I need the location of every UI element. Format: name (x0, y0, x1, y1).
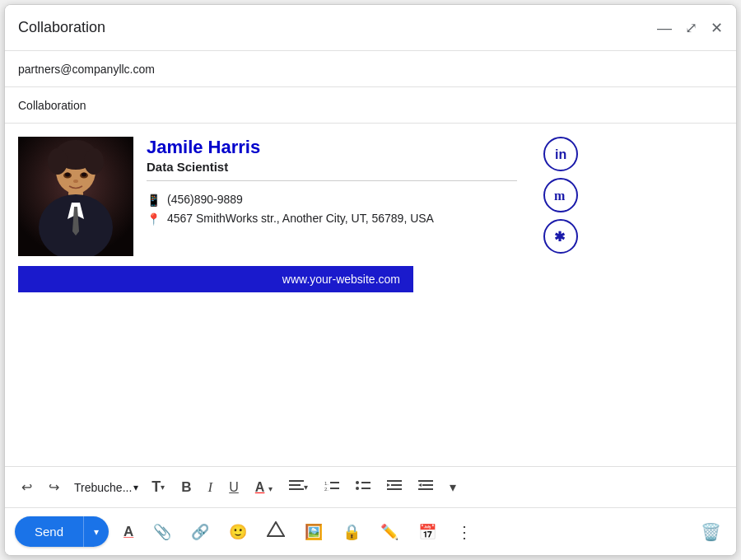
font-size-icon: T (151, 478, 161, 496)
send-dropdown-icon: ▾ (94, 526, 99, 538)
ordered-list-icon: 1. 2. (324, 479, 339, 496)
to-field-value[interactable]: partners@companyllc.com (18, 63, 723, 76)
svg-marker-31 (387, 483, 390, 487)
sig-social: in m ✱ (543, 137, 578, 254)
svg-text:in: in (555, 147, 566, 161)
unordered-list-button[interactable] (349, 474, 377, 501)
svg-point-24 (356, 481, 359, 484)
trash-icon: 🗑️ (701, 523, 721, 541)
svg-point-3 (48, 148, 68, 175)
indent-button[interactable] (380, 474, 408, 501)
linkedin-icon[interactable]: in (543, 137, 578, 171)
signature-button[interactable]: ✏️ (375, 518, 403, 546)
photo-button[interactable]: 🖼️ (300, 518, 328, 546)
sig-address-value: 4567 SmithWorks str., Another City, UT, … (167, 212, 434, 225)
calendar-button[interactable]: 📅 (413, 518, 441, 546)
undo-icon: ↩ (21, 479, 32, 495)
link-button[interactable]: 🔗 (186, 518, 214, 546)
more-formatting-icon: ▾ (450, 479, 456, 495)
svg-point-4 (84, 148, 104, 175)
font-family-chevron: ▾ (133, 482, 138, 493)
window-title: Collaboration (18, 19, 105, 36)
minimize-button[interactable]: — (657, 21, 672, 35)
sig-job-title: Data Scientist (147, 160, 517, 181)
svg-point-11 (65, 173, 70, 177)
bold-icon: B (181, 479, 191, 496)
location-icon: 📍 (147, 212, 161, 226)
title-bar: Collaboration — ⤢ ✕ (5, 5, 736, 51)
underline-icon: U (229, 480, 239, 495)
svg-point-26 (356, 487, 359, 490)
font-color-button[interactable]: A ▾ (249, 475, 279, 500)
more-options-button[interactable]: ⋮ (451, 517, 478, 547)
text-formatting-button[interactable]: A (119, 519, 138, 545)
unordered-list-icon (356, 479, 370, 496)
redo-button[interactable]: ↪ (42, 474, 66, 500)
title-bar-left: Collaboration (18, 19, 105, 36)
ordered-list-button[interactable]: 1. 2. (318, 474, 346, 501)
align-button[interactable]: ▾ (282, 474, 315, 501)
drive-icon (267, 521, 285, 542)
to-field-row: partners@companyllc.com (5, 51, 736, 87)
indent-icon (387, 479, 402, 496)
title-bar-controls: — ⤢ ✕ (657, 21, 723, 35)
calendar-icon: 📅 (418, 523, 436, 541)
sig-address: 📍 4567 SmithWorks str., Another City, UT… (147, 212, 517, 226)
underline-button[interactable]: U (222, 475, 245, 500)
sig-info: Jamile Harris Data Scientist 📱 (456)890-… (147, 137, 517, 226)
subject-row (5, 87, 736, 124)
font-color-icon: A ▾ (255, 480, 273, 495)
svg-marker-36 (268, 522, 284, 536)
paperclip-icon: 📎 (153, 523, 171, 541)
italic-icon: I (208, 479, 213, 496)
svg-text:✱: ✱ (554, 230, 566, 244)
svg-point-13 (73, 180, 78, 183)
maximize-button[interactable]: ⤢ (685, 21, 697, 35)
align-icon (289, 479, 304, 496)
svg-text:2.: 2. (324, 487, 329, 492)
font-family-label: Trebuche... (74, 481, 132, 494)
svg-point-12 (82, 173, 86, 177)
more-formatting-button[interactable]: ▾ (443, 474, 463, 500)
subject-input[interactable] (18, 99, 723, 112)
undo-button[interactable]: ↩ (15, 474, 39, 500)
discard-button[interactable]: 🗑️ (696, 517, 726, 547)
body-area: Jamile Harris Data Scientist 📱 (456)890-… (5, 124, 736, 466)
outdent-button[interactable] (412, 474, 440, 501)
sig-phone: 📱 (456)890-9889 (147, 193, 517, 207)
drive-button[interactable] (262, 516, 290, 547)
action-bar: Send ▾ A 📎 🔗 🙂 🖼️ (5, 507, 736, 555)
svg-marker-35 (418, 483, 422, 487)
italic-button[interactable]: I (202, 474, 220, 501)
mastodon-icon[interactable]: m (543, 178, 578, 212)
send-dropdown-button[interactable]: ▾ (83, 516, 109, 547)
sig-name: Jamile Harris (147, 137, 517, 158)
font-size-chevron: ▾ (161, 483, 165, 492)
emoji-button[interactable]: 🙂 (224, 518, 252, 546)
svg-text:m: m (554, 189, 566, 203)
lock-button[interactable]: 🔒 (338, 518, 366, 546)
align-chevron: ▾ (304, 483, 308, 492)
sig-phone-value: (456)890-9889 (167, 193, 243, 206)
redo-icon: ↪ (49, 479, 59, 495)
action-bar-right: 🗑️ (696, 517, 726, 547)
more-options-icon: ⋮ (456, 522, 473, 542)
link-icon: 🔗 (191, 523, 209, 541)
send-button[interactable]: Send (15, 516, 83, 547)
sig-photo (18, 137, 133, 256)
sig-website-value: www.your-website.com (282, 273, 400, 286)
font-size-button[interactable]: T ▾ (145, 474, 171, 501)
sig-website-bar[interactable]: www.your-website.com (18, 266, 413, 292)
pen-icon: ✏️ (380, 523, 398, 541)
close-button[interactable]: ✕ (711, 21, 723, 35)
text-format-icon: A (124, 524, 133, 540)
outdent-icon (418, 479, 433, 496)
attach-button[interactable]: 📎 (148, 518, 176, 546)
bold-button[interactable]: B (175, 474, 198, 501)
lock-icon: 🔒 (343, 523, 361, 541)
font-family-selector[interactable]: Trebuche... ▾ (69, 478, 142, 497)
yelp-icon[interactable]: ✱ (543, 219, 578, 254)
sig-top: Jamile Harris Data Scientist 📱 (456)890-… (18, 137, 578, 256)
emoji-icon: 🙂 (229, 523, 247, 541)
sig-contact: 📱 (456)890-9889 📍 4567 SmithWorks str., … (147, 193, 517, 226)
